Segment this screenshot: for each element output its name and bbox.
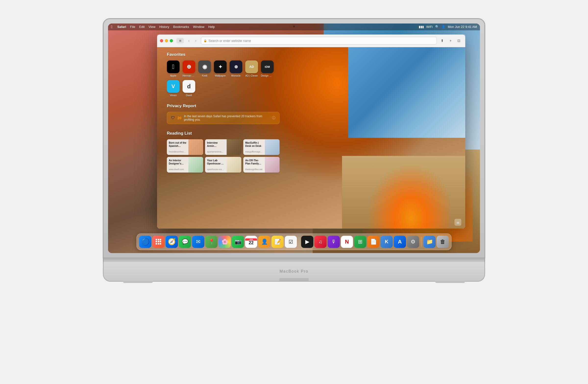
dock-reminders[interactable]: ☑ [285, 236, 297, 248]
view-menu[interactable]: View [148, 25, 155, 29]
messages-icon: 💬 [182, 239, 189, 245]
reading-item-1[interactable]: Born out of the Spanish recession, the a… [167, 139, 203, 155]
reading-item-6-url: thedesignfiles.net [245, 168, 263, 171]
wifi-icon[interactable]: WiFi [426, 25, 433, 29]
favorite-hermanmiller[interactable]: ⊕ Herman Miller [183, 60, 195, 77]
back-button[interactable]: ‹ [186, 38, 192, 44]
macbook:  Safari File Edit View History Bookmark… [103, 18, 485, 366]
app-name[interactable]: Safari [117, 25, 126, 29]
help-menu[interactable]: Help [208, 25, 215, 29]
reading-item-3[interactable]: MacGuffin | Desk on Desk macguffinmagazi… [243, 139, 279, 155]
reading-item-3-title: MacGuffin | Desk on Desk [245, 141, 263, 148]
favorite-vimeo[interactable]: V Vimeo [167, 80, 180, 97]
dock-safari[interactable]: 🧭 [166, 236, 178, 248]
file-menu[interactable]: File [130, 25, 135, 29]
privacy-title: Privacy Report [167, 103, 279, 108]
customize-button[interactable]: ⚌ [455, 219, 461, 226]
menu-bar:  Safari File Edit View History Bookmark… [108, 23, 480, 30]
reading-item-6[interactable]: An Off-The-Plan Family Apartment Unlike … [243, 157, 279, 173]
files-icon: 📁 [426, 239, 433, 245]
dock-files[interactable]: 📁 [423, 236, 436, 248]
dock-contacts[interactable]: 👤 [258, 236, 271, 248]
reminders-icon: ☑ [289, 239, 293, 245]
dock-notes[interactable]: 📝 [272, 236, 284, 248]
edit-menu[interactable]: Edit [139, 25, 145, 29]
reading-item-2-url: apartamentmagazine.c... [207, 151, 225, 153]
reading-item-1-thumb [189, 139, 203, 155]
dock-numbers[interactable]: ⊞ [354, 236, 366, 248]
favorite-apple[interactable]:  Apple [167, 60, 180, 77]
favorite-kvell[interactable]: ◉ Kvell [198, 60, 211, 77]
dock-music[interactable]: ♫ [314, 236, 327, 248]
dock-facetime[interactable]: 📷 [232, 236, 244, 248]
reading-item-4[interactable]: An Interior Designer's Picture-Perfect B… [167, 157, 203, 173]
favorites-grid:  Apple ⊕ Herman Miller ◉ [167, 60, 279, 97]
extensions-button[interactable]: ⊡ [456, 37, 462, 44]
reading-item-2-thumb [227, 139, 241, 155]
safari-toolbar: ⊞ ‹ › 🔒 Search or enter website name ⬆ [157, 35, 465, 47]
dock-photos[interactable]: 🌸 [219, 236, 231, 248]
macbook-foot-right [435, 281, 465, 283]
lock-icon: 🔒 [204, 39, 207, 42]
dock-finder[interactable]: 🔵 [139, 236, 151, 248]
info-icon[interactable]: ⓘ [272, 116, 275, 120]
favorite-monocle[interactable]: ⊛ Monocle [230, 60, 242, 77]
dwell-icon: d [183, 80, 195, 93]
dock-trash[interactable]: 🗑 [437, 236, 449, 248]
share-button[interactable]: ⬆ [439, 37, 446, 44]
reading-item-3-content: MacGuffin | Desk on Desk macguffinmagazi… [243, 139, 265, 155]
dock-systemprefs[interactable]: ⚙ [407, 236, 419, 248]
dock-podcasts[interactable]: 🎙 [328, 236, 340, 248]
dock-calendar[interactable]: JUN 22 [245, 236, 257, 248]
window-menu[interactable]: Window [193, 25, 204, 29]
history-menu[interactable]: History [159, 25, 169, 29]
favorite-hermanmiller-label: Herman Miller [183, 74, 195, 77]
reading-item-1-content: Born out of the Spanish recession, the a… [167, 139, 189, 155]
dock-pages[interactable]: 📄 [367, 236, 379, 248]
maximize-button[interactable] [170, 39, 173, 42]
news-icon: N [345, 239, 349, 245]
reading-item-5[interactable]: Your Lab Openhouse — Magazine openhouse-… [205, 157, 241, 173]
traffic-lights [160, 39, 173, 42]
favorite-wallpaper[interactable]: ✦ Wallpaper [214, 60, 227, 77]
favorite-vimeo-label: Vimeo [170, 94, 177, 97]
reading-item-2-title: Interview Armin Heinemann from Paula... [207, 141, 225, 148]
vimeo-icon: V [167, 80, 180, 93]
address-bar[interactable]: 🔒 Search or enter website name [201, 37, 437, 44]
reading-item-2[interactable]: Interview Armin Heinemann from Paula... … [205, 139, 241, 155]
favorite-adclever-label: AD | Clever [246, 74, 258, 77]
content-panel: Favorites  Apple ⊕ Herman M [167, 52, 279, 224]
user-icon[interactable]: 👤 [441, 25, 445, 29]
macbook-label: MacBook Pro [279, 269, 309, 274]
forward-button[interactable]: › [192, 38, 199, 44]
sidebar-toggle[interactable]: ⊞ [176, 38, 184, 43]
dock-divider-1 [299, 237, 299, 247]
dock-launchpad[interactable] [152, 236, 165, 248]
favorite-designmuseum[interactable]: tDM Design Museum [261, 60, 274, 77]
new-tab-button[interactable]: + [447, 37, 454, 44]
reading-item-5-content: Your Lab Openhouse — Magazine openhouse-… [205, 157, 227, 173]
close-button[interactable] [160, 39, 163, 42]
photos-icon: 🌸 [221, 239, 228, 245]
dock-keynote[interactable]: K [380, 236, 393, 248]
favorite-adclever[interactable]: AD AD | Clever [245, 60, 258, 77]
minimize-button[interactable] [165, 39, 168, 42]
kvell-icon: ◉ [198, 60, 211, 73]
dock-appstore[interactable]: A [394, 236, 406, 248]
apple-menu[interactable]:  [111, 25, 112, 29]
dock-messages[interactable]: 💬 [179, 236, 191, 248]
shield-icon: 🛡 [171, 116, 175, 120]
dock-appletv[interactable]: ▶ [301, 236, 313, 248]
apple-icon:  [167, 60, 180, 73]
dock-news[interactable]: N [341, 236, 353, 248]
reading-item-4-content: An Interior Designer's Picture-Perfect B… [167, 157, 189, 173]
privacy-count: 20 [177, 116, 182, 120]
reading-grid: Born out of the Spanish recession, the a… [167, 139, 279, 173]
dock-mail[interactable]: ✉ [192, 236, 204, 248]
search-menubar-icon[interactable]: 🔍 [435, 25, 439, 29]
safari-window: ⊞ ‹ › 🔒 Search or enter website name ⬆ [157, 35, 465, 229]
favorite-dwell[interactable]: d Dwell [183, 80, 195, 97]
dock-maps[interactable]: 📍 [205, 236, 218, 248]
bookmarks-menu[interactable]: Bookmarks [173, 25, 189, 29]
privacy-badge[interactable]: 🛡 20 In the last seven days Safari has p… [167, 112, 279, 124]
